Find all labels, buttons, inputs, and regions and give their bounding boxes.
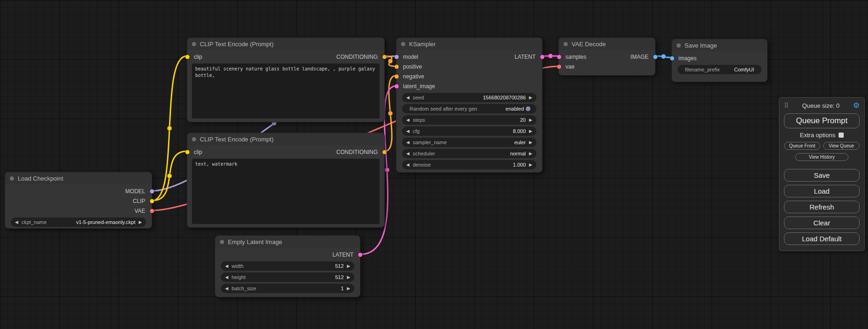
output-slot-model[interactable] xyxy=(150,189,154,193)
output-label-vae: VAE xyxy=(134,208,145,214)
widget-cfg[interactable]: ◀ cfg 8.000 ▶ xyxy=(402,126,536,136)
next-value-icon[interactable]: ▶ xyxy=(528,152,534,156)
increment-icon[interactable]: ▶ xyxy=(528,118,534,122)
input-slot-vae[interactable] xyxy=(557,64,561,69)
input-slot-model[interactable] xyxy=(395,55,399,59)
input-label-clip: clip xyxy=(194,149,202,155)
widget-filename-prefix[interactable]: filename_prefix ComfyUI xyxy=(677,65,762,74)
node-titlebar[interactable]: KSampler xyxy=(396,38,542,50)
input-slot-images[interactable] xyxy=(670,56,674,60)
widget-height[interactable]: ◀ height 512 ▶ xyxy=(221,273,354,282)
input-label-vae: vae xyxy=(565,63,574,70)
node-load-checkpoint[interactable]: Load Checkpoint MODEL CLIP VAE ◀ ckpt_na… xyxy=(5,172,152,229)
collapse-dot-icon[interactable] xyxy=(10,176,14,181)
decrement-icon[interactable]: ◀ xyxy=(405,163,411,167)
widget-batch-size[interactable]: ◀ batch_size 1 ▶ xyxy=(221,284,354,293)
link-empty-latent-dot xyxy=(385,168,389,172)
output-slot-clip[interactable] xyxy=(150,199,154,203)
next-value-icon[interactable]: ▶ xyxy=(528,140,534,145)
input-slot-latent-image[interactable] xyxy=(395,84,399,88)
node-titlebar[interactable]: CLIP Text Encode (Prompt) xyxy=(187,133,384,145)
collapse-dot-icon[interactable] xyxy=(677,43,681,48)
increment-icon[interactable]: ▶ xyxy=(346,275,352,280)
node-clip-text-encode-negative[interactable]: CLIP Text Encode (Prompt) clip CONDITION… xyxy=(187,133,385,228)
output-slot-conditioning[interactable] xyxy=(382,150,387,154)
node-titlebar[interactable]: Save Image xyxy=(672,39,767,51)
input-slot-samples[interactable] xyxy=(557,55,561,59)
save-button[interactable]: Save xyxy=(784,169,860,182)
increment-icon[interactable]: ▶ xyxy=(528,96,534,100)
node-titlebar[interactable]: VAE Decode xyxy=(559,38,655,50)
node-empty-latent-image[interactable]: Empty Latent Image LATENT ◀ width 512 ▶ … xyxy=(215,235,360,297)
widget-width[interactable]: ◀ width 512 ▶ xyxy=(221,261,354,271)
input-slot-clip[interactable] xyxy=(185,150,190,154)
queue-front-button[interactable]: Queue Front xyxy=(784,142,820,150)
widget-name: sampler_name xyxy=(413,140,447,145)
input-slot-positive[interactable] xyxy=(395,64,399,69)
widget-control-after-generate[interactable]: Random seed after every gen enabled xyxy=(402,104,536,113)
input-slot-negative[interactable] xyxy=(395,74,399,78)
node-clip-text-encode-positive[interactable]: CLIP Text Encode (Prompt) clip CONDITION… xyxy=(187,37,385,122)
node-titlebar[interactable]: Load Checkpoint xyxy=(5,172,152,184)
output-slot-latent[interactable] xyxy=(540,55,544,59)
clear-button[interactable]: Clear xyxy=(784,217,860,229)
collapse-dot-icon[interactable] xyxy=(401,42,405,46)
node-ksampler[interactable]: KSampler model LATENT positive negative … xyxy=(396,37,543,173)
decrement-icon[interactable]: ◀ xyxy=(224,287,230,291)
widget-seed[interactable]: ◀ seed 156680208700286 ▶ xyxy=(402,93,536,102)
widget-ckpt-name[interactable]: ◀ ckpt_name v1-5-pruned-emaonly.ckpt ▶ xyxy=(11,217,146,227)
prev-value-icon[interactable]: ◀ xyxy=(405,152,411,156)
decrement-icon[interactable]: ◀ xyxy=(405,129,411,133)
view-history-button[interactable]: View History xyxy=(795,153,848,161)
link-negative-conditioning-dot xyxy=(388,111,393,116)
slot-row: MODEL xyxy=(5,186,152,196)
prompt-textarea[interactable]: beautiful scenery nature glass bottle la… xyxy=(192,63,380,119)
collapse-dot-icon[interactable] xyxy=(220,240,224,244)
load-button[interactable]: Load xyxy=(784,185,860,197)
drag-handle-icon[interactable]: ⠿ xyxy=(784,102,789,109)
decrement-icon[interactable]: ◀ xyxy=(405,118,411,122)
widget-denoise[interactable]: ◀ denoise 1.000 ▶ xyxy=(402,160,536,169)
collapse-dot-icon[interactable] xyxy=(192,42,196,46)
node-titlebar[interactable]: Empty Latent Image xyxy=(215,236,360,248)
view-queue-button[interactable]: View Queue xyxy=(823,142,860,150)
widget-steps[interactable]: ◀ steps 20 ▶ xyxy=(402,115,536,125)
widget-name: height xyxy=(232,274,246,280)
collapse-dot-icon[interactable] xyxy=(192,137,196,141)
load-default-button[interactable]: Load Default xyxy=(784,232,860,245)
collapse-dot-icon[interactable] xyxy=(564,42,568,46)
prev-value-icon[interactable]: ◀ xyxy=(405,140,411,145)
node-vae-decode[interactable]: VAE Decode samples IMAGE vae xyxy=(558,37,656,76)
output-slot-conditioning[interactable] xyxy=(382,55,387,59)
decrement-icon[interactable]: ◀ xyxy=(224,264,230,268)
input-slot-clip[interactable] xyxy=(185,55,190,59)
increment-icon[interactable]: ▶ xyxy=(528,129,534,133)
decrement-icon[interactable]: ◀ xyxy=(405,96,411,100)
decrement-icon[interactable]: ◀ xyxy=(224,275,230,280)
prev-value-icon[interactable]: ◀ xyxy=(14,220,20,224)
increment-icon[interactable]: ▶ xyxy=(346,287,352,291)
node-title: VAE Decode xyxy=(572,41,606,48)
increment-icon[interactable]: ▶ xyxy=(528,163,534,167)
input-label-latent-image: latent_image xyxy=(403,83,435,90)
widget-scheduler[interactable]: ◀ scheduler normal ▶ xyxy=(402,149,536,158)
next-value-icon[interactable]: ▶ xyxy=(137,220,143,224)
toggle-on-indicator[interactable] xyxy=(526,106,530,111)
refresh-button[interactable]: Refresh xyxy=(784,201,860,213)
output-slot-image[interactable] xyxy=(653,55,657,59)
node-titlebar[interactable]: CLIP Text Encode (Prompt) xyxy=(187,38,384,50)
queue-prompt-button[interactable]: Queue Prompt xyxy=(784,113,860,128)
increment-icon[interactable]: ▶ xyxy=(346,264,352,268)
settings-gear-icon[interactable]: ⚙ xyxy=(853,102,860,109)
node-title: Empty Latent Image xyxy=(228,238,282,245)
output-slot-latent[interactable] xyxy=(358,252,362,257)
widget-sampler-name[interactable]: ◀ sampler_name euler ▶ xyxy=(402,138,536,147)
node-graph-canvas[interactable]: Load Checkpoint MODEL CLIP VAE ◀ ckpt_na… xyxy=(0,0,868,329)
node-title: Save Image xyxy=(685,42,717,49)
link-clip-positive-dot xyxy=(167,126,172,131)
output-label-conditioning: CONDITIONING xyxy=(336,149,378,155)
output-slot-vae[interactable] xyxy=(150,209,154,213)
extra-options-checkbox[interactable] xyxy=(839,133,844,138)
node-save-image[interactable]: Save Image images filename_prefix ComfyU… xyxy=(671,39,768,82)
prompt-textarea[interactable]: text, watermark xyxy=(192,159,380,224)
